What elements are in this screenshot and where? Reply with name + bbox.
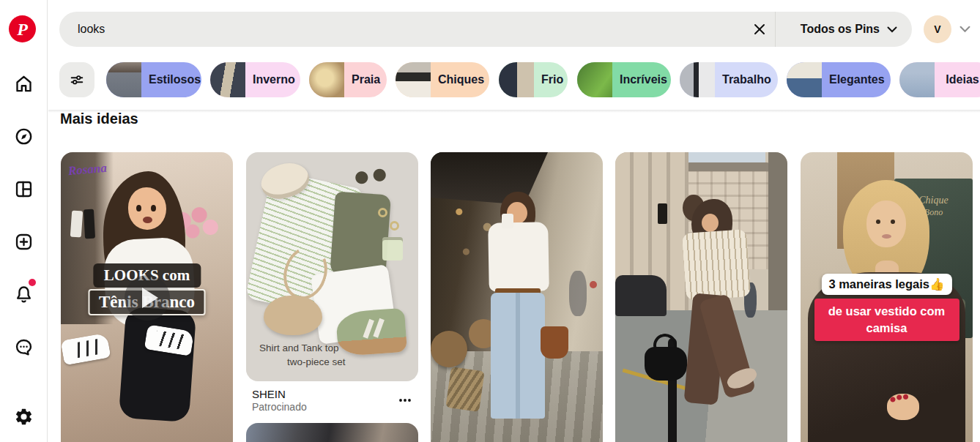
notification-badge-dot <box>29 279 36 286</box>
filter-chip-ideias[interactable]: Ideias <box>899 62 980 97</box>
gear-icon <box>14 407 34 427</box>
chip-label: Chiques <box>431 73 489 86</box>
eye-shape <box>876 220 880 224</box>
eye-shape <box>136 205 141 211</box>
chip-label: Estilosos <box>141 73 201 86</box>
chip-thumbnail <box>396 62 431 97</box>
mouth-shape <box>143 217 152 223</box>
boards-button[interactable] <box>12 177 35 201</box>
chip-label: Frio <box>534 73 568 86</box>
black-shoulder-bag-shape <box>645 347 687 381</box>
explore-button[interactable] <box>12 124 35 148</box>
chip-thumbnail <box>499 62 534 97</box>
account-menu-button[interactable] <box>955 22 974 37</box>
caption-line: two-piece set <box>287 355 346 370</box>
earring-shape <box>378 208 387 217</box>
blue-jeans-shape <box>491 293 545 419</box>
section-title: Mais ideias <box>60 110 138 127</box>
crossbody-bag-shape <box>264 296 322 335</box>
hotel-sign-shape <box>658 203 667 224</box>
settings-button[interactable] <box>12 405 35 428</box>
white-shirt-shape <box>488 222 549 291</box>
earring-shape <box>390 221 399 231</box>
blurred-pedestrian <box>569 271 587 316</box>
chip-thumbnail <box>787 62 822 97</box>
home-icon <box>14 74 34 94</box>
clear-search-button[interactable] <box>744 12 775 47</box>
video-overlay-badge: 3 maneiras legais👍 <box>821 274 951 295</box>
chip-thumbnail <box>577 62 612 97</box>
avatar[interactable]: V <box>924 15 951 43</box>
parked-car-shape <box>615 275 667 316</box>
chat-bubble-icon <box>14 337 34 357</box>
pin-card-video-tenis-branco[interactable]: Rosana LOOKS com Tênis Branco <box>61 152 233 442</box>
chevron-down-icon <box>887 26 897 33</box>
sneaker-stripe <box>373 318 384 338</box>
chip-label: Trabalho <box>715 73 778 86</box>
lips-shape <box>882 234 891 239</box>
eye-shape <box>151 205 156 211</box>
plus-icon <box>14 232 34 252</box>
eye-shape <box>891 220 895 224</box>
pin-card-street-pose-look[interactable] <box>615 152 787 442</box>
avatar-initial: V <box>934 23 940 35</box>
chip-thumbnail <box>106 62 141 97</box>
woman-face-shape <box>866 201 906 247</box>
video-overlay-text: de usar vestido com camisa <box>814 299 959 341</box>
filter-chip-inverno[interactable]: Inverno <box>210 62 300 97</box>
messages-button[interactable] <box>12 335 35 359</box>
chip-label: Ideias <box>935 73 980 86</box>
home-button[interactable] <box>12 72 35 95</box>
pinterest-logo[interactable]: P <box>9 15 36 42</box>
chip-thumbnail <box>309 62 344 97</box>
striped-shirt-shape <box>682 229 751 301</box>
car-light-blur <box>590 281 597 288</box>
pin-scope-label: Todos os Pins <box>801 23 880 36</box>
product-caption: Shirt and Tank top two-piece set <box>259 341 346 370</box>
hanging-clothes-shape <box>83 209 95 239</box>
chip-label: Elegantes <box>822 73 891 86</box>
search-input[interactable] <box>59 23 744 36</box>
filter-chip-elegantes[interactable]: Elegantes <box>787 62 891 97</box>
black-pants-shape <box>119 307 196 422</box>
chip-thumbnail <box>210 62 245 97</box>
pin-card-shein-outfit[interactable]: Shirt and Tank top two-piece set <box>246 152 418 381</box>
sliders-icon <box>69 72 85 88</box>
chevron-down-icon <box>959 26 970 33</box>
play-button[interactable] <box>125 275 170 321</box>
bell-icon <box>14 284 34 304</box>
brown-handbag-shape <box>541 326 568 359</box>
play-icon <box>142 288 158 308</box>
hanging-clothes-shape <box>70 211 83 238</box>
pin-card-cafe-street-look[interactable] <box>431 152 603 442</box>
hand-shape <box>887 394 919 420</box>
left-sidebar: P <box>0 0 48 442</box>
pinterest-p-glyph: P <box>17 20 28 38</box>
collage-layout-icon <box>14 179 34 199</box>
perfume-bottle-shape <box>382 237 403 261</box>
filters-button[interactable] <box>59 62 94 97</box>
cartoon-woman-face-shape <box>128 187 166 230</box>
filter-chip-estilosos[interactable]: Estilosos <box>106 62 201 97</box>
filter-chip-chiques[interactable]: Chiques <box>396 62 489 97</box>
search-bar: Todos os Pins <box>59 12 912 47</box>
pin-card-partial[interactable] <box>246 423 418 442</box>
create-button[interactable] <box>12 230 35 253</box>
header-scroll-shadow <box>48 110 980 113</box>
filter-chip-frio[interactable]: Frio <box>499 62 568 97</box>
filter-chip-incriveis[interactable]: Incríveis <box>577 62 671 97</box>
filter-chip-trabalho[interactable]: Trabalho <box>680 62 778 97</box>
caption-line: Shirt and Tank top <box>259 341 346 356</box>
advertiser-name[interactable]: SHEIN <box>252 388 286 400</box>
compass-icon <box>14 127 34 146</box>
leather-jacket-shape <box>808 272 965 442</box>
pin-more-options-button[interactable] <box>395 390 415 411</box>
notifications-button[interactable] <box>12 282 35 305</box>
chip-thumbnail <box>899 62 935 97</box>
more-horizontal-icon <box>398 398 412 402</box>
chip-label: Inverno <box>245 73 300 86</box>
pin-scope-dropdown[interactable]: Todos os Pins <box>776 12 912 47</box>
close-icon <box>753 23 766 36</box>
filter-chip-praia[interactable]: Praia <box>309 62 387 97</box>
pin-card-vestido-com-camisa[interactable]: Chique Bono 3 maneiras legais👍 de usar v… <box>801 152 973 442</box>
